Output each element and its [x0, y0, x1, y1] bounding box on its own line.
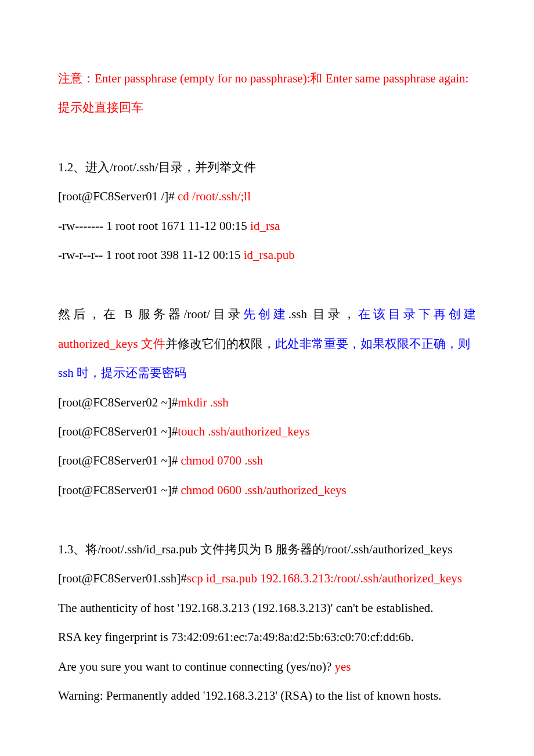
command-text: chmod 0600 .ssh/authorized_keys — [181, 483, 347, 497]
instruction-line: 然后，在 B 服务器/root/目录先创建.ssh 目录，在该目录下再创建 — [58, 300, 476, 329]
highlight-text: authorized_keys 文件 — [58, 337, 165, 351]
command-line: [root@FC8Server01 ~]#touch .ssh/authoriz… — [58, 417, 476, 446]
command-line: [root@FC8Server02 ~]#mkdir .ssh — [58, 388, 476, 417]
command-text: scp id_rsa.pub 192.168.3.213:/root/.ssh/… — [187, 571, 462, 585]
body-text: 然后，在 B 服务器/root/目录 — [58, 307, 243, 321]
prompt-text: Are you sure you want to continue connec… — [58, 660, 334, 674]
section-heading: 1.3、将/root/.ssh/id_rsa.pub 文件拷贝为 B 服务器的/… — [58, 535, 476, 564]
output-line: The authenticity of host '192.168.3.213 … — [58, 593, 476, 622]
output-line: -rw-r--r-- 1 root root 398 11-12 00:15 i… — [58, 240, 476, 269]
command-line: [root@FC8Server01 /]# cd /root/.ssh/;ll — [58, 182, 476, 211]
command-text: chmod 0700 .ssh — [181, 453, 264, 467]
output-line: Warning: Permanently added '192.168.3.21… — [58, 681, 476, 710]
section-heading: 1.2、进入/root/.ssh/目录，并列举文件 — [58, 153, 476, 182]
output-line: -rw------- 1 root root 1671 11-12 00:15 … — [58, 211, 476, 240]
prompt-text: [root@FC8Server02 ~]# — [58, 395, 178, 409]
note-block: 注意：Enter passphrase (empty for no passph… — [58, 64, 476, 123]
instruction-line: authorized_keys 文件并修改它们的权限，此处非常重要，如果权限不正… — [58, 329, 476, 388]
output-text: -rw------- 1 root root 1671 11-12 00:15 — [58, 219, 250, 233]
filename-text: id_rsa — [250, 219, 280, 233]
output-text: -rw-r--r-- 1 root root 398 11-12 00:15 — [58, 248, 244, 262]
command-line: [root@FC8Server01.ssh]#scp id_rsa.pub 19… — [58, 564, 476, 593]
body-text: .ssh 目录， — [288, 307, 358, 321]
body-text: 并修改它们的权限， — [165, 337, 275, 351]
command-line: [root@FC8Server01 ~]# chmod 0600 .ssh/au… — [58, 476, 476, 505]
prompt-text: [root@FC8Server01 ~]# — [58, 424, 178, 438]
prompt-text: [root@FC8Server01 ~]# — [58, 483, 181, 497]
prompt-text: [root@FC8Server01 ~]# — [58, 453, 181, 467]
prompt-line: Are you sure you want to continue connec… — [58, 652, 476, 681]
filename-text: id_rsa.pub — [244, 248, 295, 262]
section-1-2: 1.2、进入/root/.ssh/目录，并列举文件 [root@FC8Serve… — [58, 153, 476, 270]
input-text: yes — [334, 660, 351, 674]
command-text: touch .ssh/authorized_keys — [178, 424, 309, 438]
command-text: mkdir .ssh — [178, 395, 229, 409]
command-line: [root@FC8Server01 ~]# chmod 0700 .ssh — [58, 446, 476, 475]
note-text: 注意：Enter passphrase (empty for no passph… — [58, 71, 468, 114]
highlight-text: 先创建 — [243, 307, 288, 321]
command-text: cd /root/.ssh/;ll — [178, 189, 251, 203]
output-line: RSA key fingerprint is 73:42:09:61:ec:7a… — [58, 622, 476, 651]
document-page: 注意：Enter passphrase (empty for no passph… — [0, 0, 534, 756]
instruction-block: 然后，在 B 服务器/root/目录先创建.ssh 目录，在该目录下再创建 au… — [58, 300, 476, 505]
prompt-text: [root@FC8Server01.ssh]# — [58, 571, 187, 585]
highlight-text: 在该目录下再创建 — [358, 307, 476, 321]
prompt-text: [root@FC8Server01 /]# — [58, 189, 178, 203]
section-1-3: 1.3、将/root/.ssh/id_rsa.pub 文件拷贝为 B 服务器的/… — [58, 535, 476, 710]
